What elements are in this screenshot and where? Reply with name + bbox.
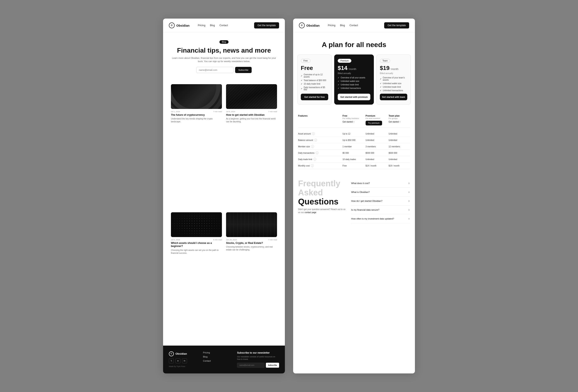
footer-logo-text: Obsidian <box>176 352 187 355</box>
linkedin-icon[interactable]: in <box>182 358 187 363</box>
circle-icon[interactable]: ● <box>176 358 180 363</box>
left-panel: © Obsidian Pricing Blog Contact Get the … <box>163 19 285 373</box>
footer-made-by: Made by Trym Foss <box>169 365 199 367</box>
faq-item-2[interactable]: What is Obsidian? ∨ <box>351 188 410 197</box>
blog-card-3[interactable]: Jul 5, 2024 5 min read Which assets shou… <box>169 210 224 342</box>
blog-img-2 <box>226 84 277 109</box>
blog-read-3: 5 min read <box>213 239 222 241</box>
left-nav-blog[interactable]: Blog <box>210 24 215 27</box>
left-nav-contact[interactable]: Contact <box>219 24 228 27</box>
blog-meta-2: Jul 8, 2024 7 min read <box>226 111 277 113</box>
comp-col-features: Features <box>298 115 341 126</box>
right-nav-pricing[interactable]: Pricing <box>328 24 336 27</box>
footer-email-input[interactable] <box>237 363 265 368</box>
comparison-header: Features Free For hobby investors Get st… <box>298 115 410 128</box>
comp-info-balance: i <box>314 139 317 141</box>
comp-info-cost: i <box>311 164 314 167</box>
faq-title-block: FrequentlyAskedQuestions Didn't get your… <box>298 179 347 218</box>
faq-layout: FrequentlyAskedQuestions Didn't get your… <box>298 179 410 223</box>
comp-premium-try-btn[interactable]: Try premium <box>366 121 382 126</box>
blog-card-2[interactable]: Jul 8, 2024 7 min read How to get starte… <box>224 82 279 210</box>
right-nav: © Obsidian Pricing Blog Contact Get the … <box>293 19 415 32</box>
faq-q-5: How often is my investment data updated? <box>351 218 394 220</box>
blog-card-4[interactable]: Jun 29, 2024 7 min read Stocks, Crypto, … <box>224 210 279 342</box>
right-nav-blog[interactable]: Blog <box>340 24 345 27</box>
plan-billed-premium: Billed annually <box>338 72 370 75</box>
blog-date-3: Jul 5, 2024 <box>171 239 180 241</box>
blog-meta-3: Jul 5, 2024 5 min read <box>171 239 222 241</box>
left-nav-pricing[interactable]: Pricing <box>198 24 205 27</box>
blog-card-1[interactable]: Jul 1, 2024 7 min read The future of cry… <box>169 82 224 210</box>
right-logo[interactable]: © Obsidian <box>299 22 320 28</box>
faq-q-3: How do I get started Obsidian? <box>351 200 382 202</box>
footer-newsletter-title: Subscribe to our newsletter <box>237 351 279 354</box>
blog-read-2: 7 min read <box>268 111 277 113</box>
comp-team-get-btn[interactable]: Get started › <box>388 121 400 123</box>
comp-info-transactions: i <box>316 151 319 154</box>
plan-feature-team-4: ✓Unlimited transactions <box>380 89 407 92</box>
comp-free-get-btn[interactable]: Get started › <box>342 121 354 123</box>
plan-cta-premium[interactable]: Get started with premium <box>338 94 370 100</box>
comparison-table: Features Free For hobby investors Get st… <box>293 110 415 173</box>
blog-subtitle: Learn more about Obsidian, financial tip… <box>171 56 277 63</box>
plan-feature-premium-4: ✓Unlimited transactions <box>338 87 370 89</box>
plan-features-premium: ✓Overview of all your assets ✓Unlimited … <box>338 77 370 92</box>
pricing-hero: A plan for all needs <box>293 32 415 54</box>
newsletter-form: Subscribe <box>171 67 277 73</box>
right-nav-cta[interactable]: Get the template <box>384 22 409 29</box>
faq-items: What does it cost? ∨ What is Obsidian? ∨… <box>351 179 410 223</box>
hero-badge: Blog <box>219 40 229 44</box>
pricing-title: A plan for all needs <box>299 41 409 49</box>
faq-item-4[interactable]: Is my financial data secure? ∨ <box>351 206 410 214</box>
plan-price-team: $19/ month <box>380 65 407 71</box>
footer-subscribe-button[interactable]: Subscribe <box>266 363 279 368</box>
right-nav-contact[interactable]: Contact <box>349 24 358 27</box>
faq-contact-link[interactable]: contact page <box>304 211 316 214</box>
footer-brand: © Obsidian 𝕏 ● in Made by Trym Foss <box>169 351 199 367</box>
plan-cta-team[interactable]: Get started with team <box>380 94 407 100</box>
comp-row-member: Member size i 1 member 3 members 12 memb… <box>298 143 410 150</box>
plan-feature-free-4: ✓Daily transactions of $5 000 <box>301 86 328 91</box>
footer-nav-pricing[interactable]: Pricing <box>203 351 233 354</box>
faq-q-2: What is Obsidian? <box>351 191 370 193</box>
plan-feature-free-1: ✓Overview of up to 12 assets <box>301 73 328 78</box>
faq-section: FrequentlyAskedQuestions Didn't get your… <box>293 173 415 229</box>
left-nav: © Obsidian Pricing Blog Contact Get the … <box>163 19 285 32</box>
plan-billed-team: Billed annually <box>380 72 407 75</box>
faq-q-1: What does it cost? <box>351 182 370 184</box>
comp-row-cost: Monthly cost i Free $14 / month $19 / mo… <box>298 163 410 169</box>
faq-chevron-1: ∨ <box>408 182 410 185</box>
faq-sub-text: Didn't get your question answered? Reach… <box>298 208 347 214</box>
blog-read-1: 7 min read <box>213 111 222 113</box>
footer-newsletter: Subscribe to our newsletter Our newslett… <box>237 351 279 368</box>
right-logo-icon: © <box>299 22 305 28</box>
newsletter-subscribe-button[interactable]: Subscribe <box>235 67 252 73</box>
blog-date-2: Jul 8, 2024 <box>226 111 235 113</box>
blog-date-1: Jul 1, 2024 <box>171 111 180 113</box>
blog-post-desc-3: Choosing the right assets can set you on… <box>171 249 222 255</box>
comp-col-premium: Premium For avid investors Try premium <box>366 115 387 126</box>
faq-item-3[interactable]: How do I get started Obsidian? ∨ <box>351 197 410 206</box>
twitter-icon[interactable]: 𝕏 <box>169 358 174 363</box>
faq-item-1[interactable]: What does it cost? ∨ <box>351 179 410 188</box>
blog-meta-4: Jun 29, 2024 7 min read <box>226 239 277 241</box>
plan-features-team: ✓Overview of your team's assets ✓Unlimit… <box>380 77 407 92</box>
blog-read-4: 7 min read <box>268 239 277 241</box>
left-logo[interactable]: © Obsidian <box>169 22 190 28</box>
blog-grid: Jul 1, 2024 7 min read The future of cry… <box>163 78 285 346</box>
plan-feature-premium-2: ✓Unlimited wallet size <box>338 80 370 82</box>
footer-nav-contact[interactable]: Contact <box>203 360 233 362</box>
left-nav-links: Pricing Blog Contact <box>198 24 254 27</box>
newsletter-email-input[interactable] <box>196 67 234 73</box>
faq-item-5[interactable]: How often is my investment data updated?… <box>351 214 410 223</box>
blog-date-4: Jun 29, 2024 <box>226 239 237 241</box>
right-nav-links: Pricing Blog Contact <box>328 24 384 27</box>
comp-row-balance: Balance amount i Up to $50 000 Unlimited… <box>298 137 410 143</box>
blog-meta-1: Jul 1, 2024 7 min read <box>171 111 222 113</box>
footer-nav-blog[interactable]: Blog <box>203 355 233 358</box>
plan-cta-free[interactable]: Get started for free <box>301 94 328 100</box>
blog-post-title-1: The future of cryptocurrency <box>171 113 222 117</box>
left-nav-cta[interactable]: Get the template <box>254 22 279 29</box>
pricing-card-premium: Premium $14/ month Billed annually ✓Over… <box>334 54 374 105</box>
comp-col-free: Free For hobby investors Get started › <box>342 115 364 126</box>
